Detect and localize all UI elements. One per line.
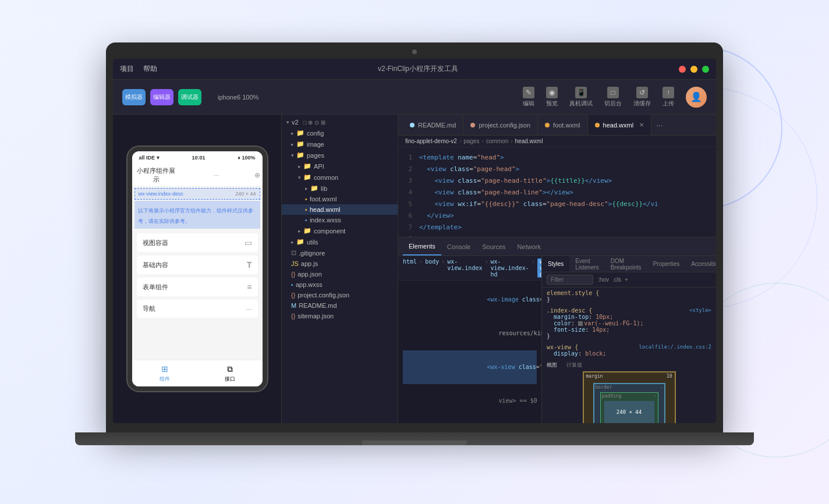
file-lib[interactable]: 📁 lib — [282, 183, 398, 194]
readme-label: README.md — [299, 302, 336, 309]
editor-tabs: README.md project.config.json foot.wxml — [398, 115, 716, 136]
devtools-content: html › body › wx-view.index › wx-view.in… — [398, 256, 716, 423]
file-utils[interactable]: 📁 utils — [282, 236, 398, 247]
file-readme[interactable]: M README.md — [282, 300, 398, 311]
file-head-wxml[interactable]: ▪ head.wxml — [282, 204, 398, 215]
toolbar-right: ✎ 编辑 ◉ 预览 📱 真机调试 □ 切后台 — [523, 87, 707, 108]
preview-action[interactable]: ◉ 预览 — [546, 87, 558, 108]
close-button[interactable] — [679, 66, 686, 73]
filter-cls[interactable]: .cls — [612, 276, 621, 283]
dom-breadcrumb: html › body › wx-view.index › wx-view.in… — [398, 256, 541, 281]
editor-button[interactable]: 编辑器 — [150, 89, 173, 105]
device-debug-action[interactable]: 📱 真机调试 — [569, 87, 593, 108]
upload-action[interactable]: ↑ 上传 — [663, 87, 674, 108]
maximize-button[interactable] — [702, 66, 709, 73]
border-label: border — [596, 385, 612, 390]
styles-tab-accessibility[interactable]: Accessibility — [685, 256, 716, 272]
element-content: 以下将展示小程序官方组件能力，组件样式仅供参考，请在实际供参考。 — [134, 201, 260, 229]
phone-title-more[interactable]: ··· — [213, 171, 219, 179]
devtools-tab-elements[interactable]: Elements — [403, 237, 441, 255]
file-gitignore[interactable]: ⊡ .gitignore — [282, 247, 398, 258]
debugger-button[interactable]: 调试器 — [178, 89, 201, 105]
tab-more-button[interactable]: ··· — [651, 120, 668, 130]
component-name: 表单组件 — [143, 283, 168, 292]
file-component[interactable]: 📁 component — [282, 225, 398, 236]
component-nav[interactable]: 导航 ··· — [137, 300, 258, 318]
menu-project[interactable]: 项目 — [120, 64, 134, 74]
file-index-wxss[interactable]: ▪ index.wxss — [282, 215, 398, 225]
file-image[interactable]: 📁 image — [282, 139, 398, 150]
file-config[interactable]: 📁 config — [282, 127, 398, 139]
bc-common[interactable]: common — [486, 138, 508, 144]
minimize-button[interactable] — [690, 66, 697, 73]
bc-html[interactable]: html — [403, 258, 417, 278]
styles-tab-properties[interactable]: Properties — [647, 256, 686, 272]
bc-wx-view-index[interactable]: wx-view.index — [447, 258, 482, 278]
file-root[interactable]: v2 □ ⊕ ⊙ ⊞ — [282, 117, 398, 127]
styles-tab-event-listeners[interactable]: Event Listeners — [569, 256, 605, 272]
devtools-tab-console[interactable]: Console — [441, 237, 476, 255]
file-common[interactable]: 📁 common — [282, 172, 398, 183]
devtools-tab-network[interactable]: Network — [512, 237, 547, 255]
folder-icon: 📁 — [310, 184, 318, 192]
dom-line-wx-view-bd[interactable]: ▸<wx-view class="index-bd">_</wx-view> — [403, 418, 537, 423]
element-class: wx-view.index-desc — [139, 191, 184, 197]
simulator-button[interactable]: 模拟器 — [122, 89, 146, 105]
menu-help[interactable]: 帮助 — [143, 64, 157, 74]
filter-add[interactable]: + — [625, 276, 628, 283]
clear-cache-action[interactable]: ↺ 清缓存 — [633, 87, 651, 108]
dom-line-wx-image[interactable]: <wx-image class="index-logo" src="../res… — [403, 283, 537, 317]
phone-device: all IDE ▾ 10:01 ♦ 100% 小程序组件展示 ··· ⊕ — [127, 147, 267, 391]
tab-project-config[interactable]: project.config.json — [463, 115, 538, 135]
styles-tab-dom-breakpoints[interactable]: DOM Breakpoints — [605, 256, 647, 272]
component-form[interactable]: 表单组件 ≡ — [137, 278, 258, 296]
file-tree: v2 □ ⊕ ⊙ ⊞ 📁 config — [282, 115, 398, 324]
folder-icon: 📁 — [303, 173, 311, 181]
nav-component[interactable]: ⊞ 组件 — [160, 364, 170, 383]
bc-wx-view-index-desc[interactable]: wx-view.index-desc — [537, 258, 541, 278]
component-basic-content[interactable]: 基础内容 T — [137, 255, 258, 274]
file-app-wxss[interactable]: ▪ app.wxss — [282, 279, 398, 290]
tab-foot-wxml[interactable]: foot.wxml — [538, 115, 587, 135]
code-editor[interactable]: 1 <template name="head"> 2 <view class="… — [398, 147, 716, 237]
edit-action[interactable]: ✎ 编辑 — [523, 87, 534, 108]
box-model-tab: 概图 — [547, 361, 557, 369]
dom-line-wx-view-desc[interactable]: <wx-view class="index-desc">以下将展示小程序官方组件… — [403, 350, 537, 384]
file-app-js[interactable]: JS app.js — [282, 258, 398, 269]
laptop: 项目 帮助 v2-FinClip小程序开发工具 模拟器 — [106, 42, 723, 462]
phone-title-expand[interactable]: ⊕ — [254, 171, 260, 179]
file-pages[interactable]: 📁 pages — [282, 150, 398, 161]
project-config-label: project.config.json — [297, 292, 349, 299]
devtools-tab-sources[interactable]: Sources — [476, 237, 511, 255]
styles-filter-input[interactable] — [547, 275, 593, 285]
common-label: common — [314, 174, 338, 181]
bc-root[interactable]: fino-applet-demo-v2 — [405, 138, 457, 144]
file-foot-wxml[interactable]: ▪ foot.wxml — [282, 194, 398, 204]
component-view-container[interactable]: 视图容器 ▭ — [137, 233, 258, 252]
wxss-icon: ▪ — [305, 216, 307, 223]
tab-head-wxml[interactable]: head.wxml ✕ — [588, 115, 652, 135]
styles-tab-styles[interactable]: Styles — [542, 256, 569, 272]
tab-readme[interactable]: README.md — [403, 115, 463, 135]
user-avatar[interactable]: 👤 — [686, 87, 707, 108]
file-app-json[interactable]: {} app.json — [282, 269, 398, 279]
bc-body[interactable]: body — [425, 258, 439, 278]
file-api[interactable]: 📁 API — [282, 161, 398, 172]
phone-bottom-nav: ⊞ 组件 ⧉ 接口 — [132, 360, 263, 386]
file-project-config[interactable]: {} project.config.json — [282, 290, 398, 300]
filter-hov[interactable]: :hov — [598, 276, 609, 283]
clear-cache-icon: ↺ — [636, 87, 648, 98]
bc-wx-view-index-hd[interactable]: wx-view.index-hd — [491, 258, 529, 278]
background-action[interactable]: □ 切后台 — [604, 87, 622, 108]
tab-close-icon[interactable]: ✕ — [639, 122, 644, 128]
file-sitemap[interactable]: {} sitemap.json — [282, 311, 398, 321]
bc-pages[interactable]: pages — [463, 138, 479, 144]
code-line-3: 3 <view class="page-head-title">{{title}… — [398, 175, 716, 187]
nav-interface[interactable]: ⧉ 接口 — [225, 364, 235, 383]
root-icons: □ ⊕ ⊙ ⊞ — [303, 119, 325, 126]
device-debug-icon: 📱 — [575, 87, 587, 98]
wxml-icon: ▪ — [305, 196, 307, 203]
code-line-1: 1 <template name="head"> — [398, 152, 716, 164]
computed-tab: 计算值 — [566, 361, 582, 369]
bc-head-wxml[interactable]: head.wxml — [515, 138, 543, 144]
